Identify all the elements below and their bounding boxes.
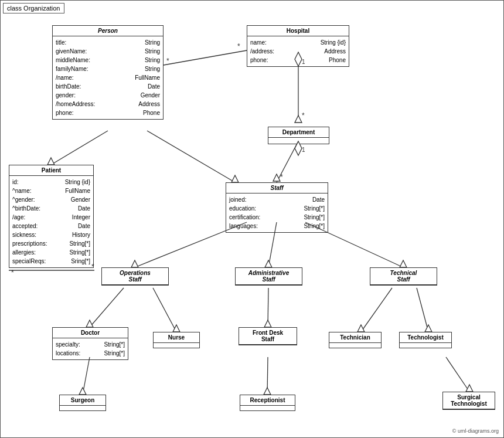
svg-marker-17	[47, 158, 55, 165]
svg-line-33	[268, 288, 268, 327]
class-technical-staff-header: Technical Staff	[370, 268, 437, 285]
class-patient-body: id:String {id} ^name:FullName ^gender:Ge…	[9, 176, 93, 267]
class-department: Department	[268, 127, 329, 144]
svg-marker-30	[86, 320, 93, 327]
svg-line-31	[153, 288, 176, 332]
class-hospital-body: name:String {id} /address:Address phone:…	[247, 36, 349, 66]
uml-diagram: class Organization Person title:String g…	[0, 0, 504, 438]
copyright: © uml-diagrams.org	[452, 428, 499, 434]
svg-marker-19	[231, 175, 239, 182]
class-surgeon-body	[60, 406, 105, 410]
class-hospital: Hospital name:String {id} /address:Addre…	[247, 25, 349, 67]
svg-marker-28	[400, 260, 407, 267]
class-nurse-body	[154, 343, 199, 348]
class-administrative-staff: Administrative Staff	[235, 267, 302, 286]
svg-line-35	[361, 288, 392, 332]
svg-text:*: *	[237, 42, 240, 50]
class-technologist: Technologist	[399, 332, 452, 348]
class-operations-staff: Operations Staff	[101, 267, 169, 286]
class-front-desk-staff-header: Front Desk Staff	[239, 328, 297, 345]
class-staff-header: Staff	[226, 183, 328, 193]
diagram-title: class Organization	[3, 3, 64, 13]
class-hospital-header: Hospital	[247, 26, 349, 36]
class-technician-header: Technician	[329, 332, 381, 343]
class-surgeon-header: Surgeon	[60, 395, 105, 406]
class-patient-header: Patient	[9, 165, 93, 176]
class-technician: Technician	[329, 332, 382, 348]
svg-line-18	[147, 131, 235, 182]
svg-line-39	[83, 357, 90, 395]
class-surgical-technologist: Surgical Technologist	[442, 392, 495, 410]
svg-marker-26	[265, 260, 272, 267]
class-receptionist-body	[240, 406, 295, 410]
class-person-body: title:String givenName:String middleName…	[53, 36, 163, 119]
class-technical-staff: Technical Staff	[370, 267, 437, 286]
svg-line-20	[164, 50, 247, 65]
class-nurse: Nurse	[153, 332, 200, 348]
class-staff: Staff joined:Date education:String[*] ce…	[226, 182, 328, 233]
svg-marker-44	[466, 385, 473, 392]
svg-marker-34	[264, 320, 271, 327]
svg-line-43	[446, 357, 469, 392]
class-surgeon: Surgeon	[59, 395, 106, 411]
svg-text:*: *	[166, 57, 169, 65]
svg-marker-36	[357, 325, 365, 332]
svg-marker-13	[273, 174, 280, 181]
class-patient: Patient id:String {id} ^name:FullName ^g…	[9, 165, 94, 268]
class-receptionist-header: Receptionist	[240, 395, 295, 406]
svg-line-11	[277, 141, 298, 182]
class-administrative-staff-header: Administrative Staff	[236, 268, 302, 285]
class-doctor: Doctor specialty:String[*] locations:Str…	[52, 327, 128, 360]
svg-marker-24	[131, 260, 138, 267]
svg-line-29	[90, 288, 124, 327]
svg-marker-8	[295, 116, 302, 123]
class-doctor-body: specialty:String[*] locations:String[*]	[53, 338, 128, 359]
class-staff-body: joined:Date education:String[*] certific…	[226, 193, 328, 232]
svg-text:*: *	[302, 111, 305, 120]
class-technologist-header: Technologist	[400, 332, 451, 343]
class-receptionist: Receptionist	[240, 395, 295, 411]
class-department-header: Department	[268, 127, 329, 138]
class-nurse-header: Nurse	[154, 332, 199, 343]
svg-line-37	[417, 288, 428, 332]
svg-line-41	[267, 357, 268, 395]
class-person: Person title:String givenName:String mid…	[52, 25, 164, 120]
class-operations-staff-header: Operations Staff	[102, 268, 168, 285]
svg-marker-38	[425, 325, 432, 332]
svg-marker-42	[264, 388, 271, 395]
class-department-body	[268, 138, 329, 144]
svg-text:*: *	[11, 269, 14, 277]
svg-text:1: 1	[302, 147, 305, 153]
class-person-header: Person	[53, 26, 163, 36]
class-surgical-technologist-header: Surgical Technologist	[443, 392, 495, 409]
class-doctor-header: Doctor	[53, 328, 128, 338]
svg-line-16	[51, 131, 108, 165]
class-technician-body	[329, 343, 381, 348]
svg-marker-40	[79, 388, 86, 395]
class-front-desk-staff: Front Desk Staff	[239, 327, 297, 345]
svg-marker-32	[173, 325, 180, 332]
class-technologist-body	[400, 343, 451, 348]
svg-text:*: *	[280, 173, 283, 181]
